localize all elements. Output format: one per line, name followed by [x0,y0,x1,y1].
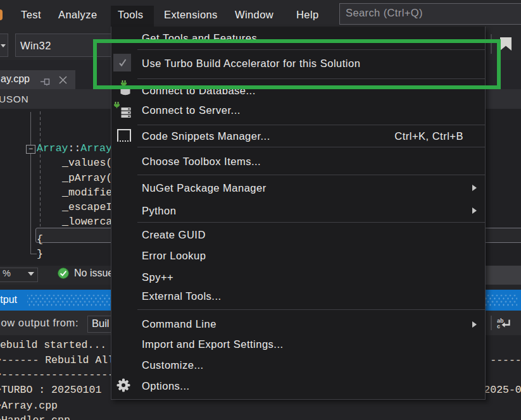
svg-text:c: c [497,323,500,330]
